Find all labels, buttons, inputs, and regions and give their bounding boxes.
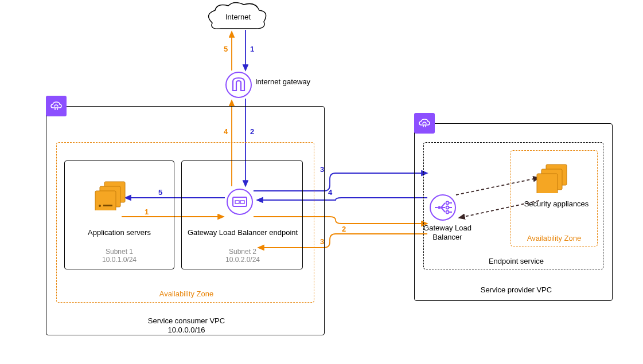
glb-endpoint-icon — [226, 188, 254, 216]
subnet2-name: Subnet 2 — [186, 248, 299, 256]
flow-blue-3: 3 — [320, 165, 324, 174]
provider-az-label: Availability Zone — [516, 234, 592, 242]
consumer-vpc-cidr: 10.0.0.0/16 — [115, 326, 258, 334]
glb-icon — [429, 194, 457, 221]
igw-label: Internet gateway — [255, 77, 324, 86]
internet-gateway-icon — [225, 71, 252, 99]
provider-vpc-icon — [414, 113, 435, 134]
app-servers-icon — [92, 181, 132, 210]
subnet1-title: Application servers — [68, 228, 171, 237]
security-appliances-icon — [533, 163, 574, 193]
svg-rect-11 — [95, 191, 116, 210]
subnet2-title: Gateway Load Balancer endpoint — [186, 228, 299, 237]
consumer-az-label: Availability Zone — [135, 289, 238, 298]
subnet2-cidr: 10.0.2.0/24 — [186, 256, 299, 264]
internet-label: Internet — [221, 13, 255, 21]
flow-blue-2: 2 — [250, 127, 254, 136]
flow-blue-1: 1 — [250, 45, 254, 53]
flow-orange-1: 1 — [145, 208, 149, 216]
svg-point-8 — [226, 72, 251, 97]
consumer-vpc-icon — [46, 96, 67, 116]
consumer-vpc-title: Service consumer VPC — [115, 316, 258, 325]
subnet1-name: Subnet 1 — [68, 248, 171, 256]
svg-rect-13 — [103, 205, 112, 206]
flow-blue-4: 4 — [328, 188, 332, 197]
flow-orange-5: 5 — [224, 45, 228, 53]
flow-orange-4: 4 — [224, 127, 228, 136]
appliances-label: Security appliances — [522, 199, 591, 209]
subnet1-cidr: 10.0.1.0/24 — [68, 256, 171, 264]
flow-orange-3: 3 — [320, 237, 324, 246]
svg-point-19 — [438, 206, 441, 209]
svg-point-12 — [99, 205, 101, 207]
flow-blue-5: 5 — [158, 188, 162, 197]
provider-vpc-title: Service provider VPC — [459, 285, 574, 294]
svg-point-14 — [227, 189, 252, 214]
flow-orange-2: 2 — [342, 225, 346, 233]
glb-label: Gateway Load Balancer — [419, 224, 476, 241]
endpoint-service-label: Endpoint service — [470, 257, 562, 265]
svg-rect-32 — [537, 174, 558, 193]
